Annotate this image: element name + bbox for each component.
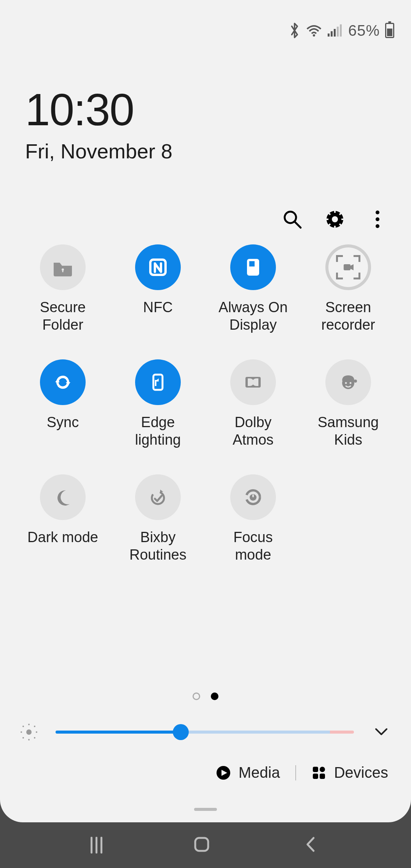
recents-icon: [91, 837, 102, 854]
edge-lighting-icon: [135, 359, 181, 405]
svg-point-34: [152, 492, 164, 504]
quick-settings-panel: 65% 10:30 Fri, November 8 Secure FolderN…: [0, 0, 411, 822]
panel-footer: Media Devices: [0, 764, 411, 808]
clock-date: Fri, November 8: [25, 139, 386, 163]
dark-mode-icon: [40, 474, 86, 520]
wifi-icon: [306, 24, 322, 37]
svg-rect-22: [249, 261, 255, 266]
media-label: Media: [239, 764, 280, 781]
brightness-expand-button[interactable]: [373, 723, 390, 741]
tile-label: Screen recorder: [321, 298, 375, 334]
svg-rect-10: [334, 210, 336, 213]
bluetooth-icon: [289, 22, 300, 39]
bixby-icon: [135, 474, 181, 520]
chevron-down-icon: [373, 723, 390, 740]
quick-tiles-grid: Secure FolderNFCAlways On DisplayScreen …: [0, 241, 411, 573]
settings-button[interactable]: [324, 209, 346, 230]
battery-icon: [385, 23, 394, 38]
tile-label: Samsung Kids: [318, 413, 379, 449]
tile-always-on[interactable]: Always On Display: [206, 244, 301, 343]
devices-button[interactable]: Devices: [311, 764, 388, 781]
tile-screen-recorder[interactable]: Screen recorder: [301, 244, 396, 343]
tile-label: Edge lighting: [135, 413, 181, 449]
svg-point-32: [350, 382, 352, 384]
brightness-icon: [21, 724, 37, 740]
tile-bixby[interactable]: Bixby Routines: [110, 474, 206, 573]
clock-time: 10:30: [25, 84, 386, 136]
system-nav-bar: [0, 822, 411, 868]
tile-label: Sync: [47, 413, 79, 431]
screen-recorder-icon: [325, 244, 371, 290]
tile-label: Always On Display: [218, 298, 288, 334]
always-on-icon: [230, 244, 276, 290]
svg-point-9: [332, 216, 338, 222]
more-button[interactable]: [367, 209, 388, 230]
battery-text: 65%: [348, 22, 380, 39]
panel-toolbar: [0, 163, 411, 241]
svg-rect-16: [325, 219, 328, 220]
more-icon: [376, 211, 379, 228]
svg-point-40: [320, 767, 325, 772]
tile-label: Dark mode: [27, 528, 98, 546]
svg-point-0: [313, 34, 315, 37]
page-dot[interactable]: [193, 692, 200, 700]
tile-dolby[interactable]: Dolby Atmos: [206, 359, 301, 458]
brightness-thumb[interactable]: [173, 724, 189, 740]
svg-point-33: [354, 380, 357, 383]
home-button[interactable]: [192, 835, 211, 855]
back-button[interactable]: [301, 835, 320, 855]
brightness-row: [0, 723, 411, 764]
home-icon: [192, 835, 211, 854]
secure-folder-icon: [40, 244, 86, 290]
tile-label: Secure Folder: [40, 298, 86, 334]
svg-line-7: [295, 222, 301, 228]
tile-label: Bixby Routines: [129, 528, 186, 564]
media-button[interactable]: Media: [216, 764, 280, 781]
back-icon: [301, 835, 320, 854]
brightness-slider[interactable]: [56, 724, 354, 740]
dolby-icon: [230, 359, 276, 405]
tile-label: Focus mode: [233, 528, 272, 564]
svg-rect-12: [341, 219, 344, 220]
kids-icon: [325, 359, 371, 405]
nfc-icon: [135, 244, 181, 290]
drag-handle[interactable]: [194, 808, 217, 811]
svg-rect-43: [195, 838, 208, 851]
tile-secure-folder[interactable]: Secure Folder: [15, 244, 110, 343]
sync-icon: [40, 359, 86, 405]
svg-point-36: [246, 490, 260, 504]
tile-sync[interactable]: Sync: [15, 359, 110, 458]
recents-button[interactable]: [91, 837, 102, 854]
tile-edge-lighting[interactable]: Edge lighting: [110, 359, 206, 458]
svg-rect-1: [328, 34, 330, 37]
tile-nfc[interactable]: NFC: [110, 244, 206, 343]
search-button[interactable]: [282, 209, 303, 230]
tile-label: NFC: [143, 298, 173, 316]
svg-rect-14: [334, 226, 336, 229]
page-indicator[interactable]: [0, 692, 411, 723]
signal-icon: [328, 24, 343, 37]
svg-point-31: [345, 382, 347, 384]
search-icon: [282, 209, 302, 229]
svg-rect-5: [340, 24, 342, 37]
devices-icon: [311, 765, 327, 780]
status-bar: 65%: [0, 0, 411, 61]
svg-rect-39: [313, 767, 318, 772]
gear-icon: [325, 210, 344, 229]
svg-rect-2: [331, 31, 333, 37]
tile-dark-mode[interactable]: Dark mode: [15, 474, 110, 573]
tile-focus[interactable]: Focus mode: [206, 474, 301, 573]
play-circle-icon: [216, 765, 231, 780]
svg-rect-42: [320, 774, 325, 779]
svg-rect-19: [62, 270, 64, 272]
svg-rect-41: [313, 774, 318, 779]
tile-label: Dolby Atmos: [233, 413, 274, 449]
svg-rect-3: [334, 29, 336, 37]
tile-kids[interactable]: Samsung Kids: [301, 359, 396, 458]
devices-label: Devices: [334, 764, 388, 781]
footer-separator: [295, 765, 296, 780]
svg-marker-35: [160, 490, 163, 492]
page-dot[interactable]: [211, 692, 218, 700]
focus-icon: [230, 474, 276, 520]
datetime-block[interactable]: 10:30 Fri, November 8: [0, 61, 411, 163]
